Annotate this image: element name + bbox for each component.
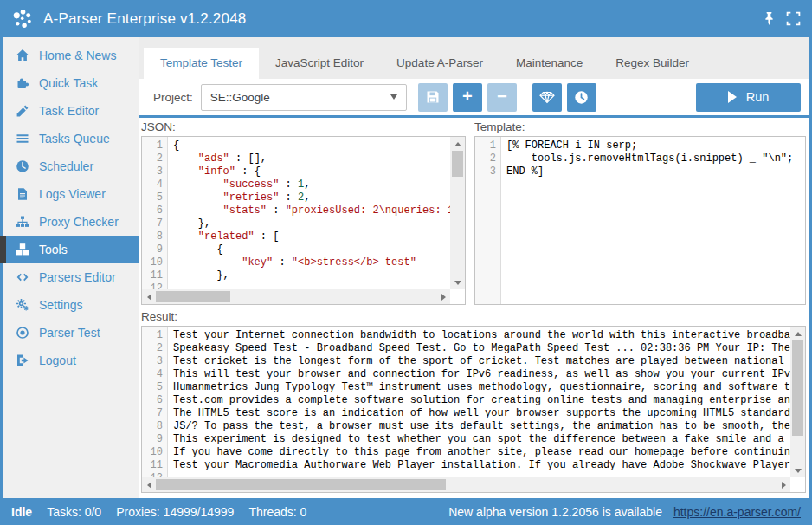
sidebar-item-proxy-checker[interactable]: Proxy Checker: [3, 208, 139, 236]
line-number: 6: [142, 394, 167, 407]
line-number: 8: [142, 230, 167, 243]
result-vscroll-thumb[interactable]: [792, 340, 803, 436]
line-number: 1: [142, 139, 167, 152]
scroll-up-icon[interactable]: [450, 137, 465, 151]
project-select[interactable]: SE::Google: [201, 84, 407, 111]
logout-icon: [14, 353, 30, 368]
code-line: Speakeasy Speed Test - Broadband Speed T…: [173, 342, 790, 355]
code-line: "key" : "<b>stress</b> test": [173, 256, 450, 269]
save-icon: [426, 90, 440, 104]
status-threads: Threads: 0: [248, 505, 306, 519]
line-number: 5: [142, 191, 167, 204]
tab-javascript-editor[interactable]: JavaScript Editor: [259, 48, 380, 79]
sidebar-item-logout[interactable]: Logout: [3, 347, 139, 374]
code-line: JS/? To pass the test, a browser must us…: [173, 420, 790, 433]
json-vscroll-thumb[interactable]: [452, 151, 463, 177]
status-proxies: Proxies: 14999/14999: [116, 505, 234, 519]
sidebar-item-label: Tools: [39, 243, 68, 256]
template-code-area[interactable]: [% FOREACH i IN serp; tools.js.removeHtm…: [502, 137, 805, 304]
line-number: 10: [142, 256, 167, 269]
sidebar-item-label: Proxy Checker: [39, 215, 119, 229]
gears-icon: [14, 298, 30, 313]
gem-button[interactable]: [532, 83, 562, 112]
sidebar-item-logs-viewer[interactable]: Logs Viewer: [3, 180, 139, 208]
line-number: 7: [142, 407, 167, 420]
home-icon: [14, 49, 30, 63]
template-editor: 123 [% FOREACH i IN serp; tools.js.remov…: [474, 136, 806, 305]
line-number: 2: [142, 152, 167, 165]
scroll-left-icon[interactable]: [142, 477, 156, 492]
remove-project-button[interactable]: −: [487, 83, 517, 112]
code-line: Test cricket is the longest form of the …: [173, 355, 790, 368]
clock-icon: [574, 90, 589, 105]
scroll-down-icon[interactable]: [790, 463, 805, 477]
json-code-area[interactable]: { "ads" : [], "info" : { "success" : 1, …: [169, 137, 450, 289]
line-number: 2: [475, 152, 500, 165]
sidebar-item-settings[interactable]: Settings: [3, 291, 139, 319]
sidebar-item-quick-task[interactable]: Quick Task: [3, 69, 139, 97]
sidebar-item-home-news[interactable]: Home & News: [3, 42, 139, 69]
chevron-down-icon: [390, 94, 397, 100]
scrollbar-corner: [790, 477, 805, 492]
scroll-up-icon[interactable]: [790, 327, 805, 340]
gem-icon: [539, 91, 555, 104]
scroll-left-icon[interactable]: [142, 289, 156, 304]
json-editor: 123456789101112 { "ads" : [], "info" : {…: [141, 136, 466, 305]
sidebar-item-label: Settings: [39, 298, 83, 312]
scroll-down-icon[interactable]: [450, 275, 465, 289]
sidebar-item-scheduler[interactable]: Scheduler: [3, 152, 139, 180]
sidebar-item-label: Logout: [39, 353, 76, 367]
run-button-label: Run: [746, 90, 770, 104]
sidebar: Home & NewsQuick TaskTask EditorTasks Qu…: [3, 37, 139, 498]
json-line-numbers: 123456789101112: [142, 137, 168, 304]
scrollbar-corner: [450, 289, 465, 304]
line-number: 3: [142, 355, 167, 368]
sidebar-item-parsers-editor[interactable]: Parsers Editor: [3, 263, 139, 291]
status-state: Idle: [11, 505, 32, 519]
cubes-icon: [14, 243, 30, 257]
code-line: "retries" : 2,: [173, 191, 450, 204]
history-button[interactable]: [567, 83, 596, 112]
result-code-area[interactable]: Test your Internet connection bandwidth …: [169, 327, 790, 477]
scroll-right-icon[interactable]: [436, 289, 450, 304]
run-button[interactable]: Run: [696, 83, 801, 112]
line-number: 8: [142, 420, 167, 433]
sidebar-item-tasks-queue[interactable]: Tasks Queue: [3, 125, 139, 152]
tab-regex-builder[interactable]: Regex Builder: [599, 48, 706, 79]
line-number: 2: [142, 342, 167, 355]
code-line: This will test your browser and connecti…: [173, 368, 790, 381]
sidebar-item-parser-test[interactable]: Parser Test: [3, 319, 139, 347]
sidebar-item-task-editor[interactable]: Task Editor: [3, 97, 139, 125]
code-line: tools.js.removeHtmlTags(i.snippet) _ "\n…: [506, 152, 805, 165]
project-select-value: SE::Google: [210, 91, 270, 104]
code-line: Test your Macromedia Authorware Web Play…: [173, 459, 790, 472]
project-label: Project:: [153, 91, 193, 104]
code-line: [% FOREACH i IN serp;: [506, 139, 805, 152]
tab-update-a-parser[interactable]: Update A-Parser: [380, 48, 499, 79]
save-project-button[interactable]: [418, 83, 448, 112]
tab-maintenance[interactable]: Maintenance: [499, 48, 599, 79]
fullscreen-icon[interactable]: [786, 11, 801, 26]
line-number: 7: [142, 217, 167, 230]
result-hscroll-thumb[interactable]: [156, 479, 446, 490]
result-pane-label: Result:: [141, 310, 177, 323]
code-icon: [14, 270, 30, 285]
json-vertical-scrollbar: [450, 137, 465, 289]
json-hscroll-thumb[interactable]: [156, 291, 230, 302]
code-line: "info" : {: [173, 165, 450, 178]
line-number: 6: [142, 204, 167, 217]
list-icon: [14, 132, 30, 146]
update-link[interactable]: https://en.a-parser.com/: [673, 505, 801, 519]
code-line: The HTML5 test score is an indication of…: [173, 407, 790, 420]
scroll-right-icon[interactable]: [777, 477, 790, 492]
sidebar-item-label: Parsers Editor: [39, 270, 116, 284]
code-line: [173, 282, 450, 289]
sidebar-item-tools[interactable]: Tools: [3, 236, 139, 263]
pin-icon[interactable]: [762, 11, 777, 26]
tab-template-tester[interactable]: Template Tester: [144, 48, 259, 79]
code-line: "success" : 1,: [173, 178, 450, 191]
code-line: END %]: [506, 165, 805, 178]
title-bar: A-Parser Enterprise v1.2.2048: [0, 0, 812, 37]
line-number: 4: [142, 368, 167, 381]
add-project-button[interactable]: +: [453, 83, 482, 112]
